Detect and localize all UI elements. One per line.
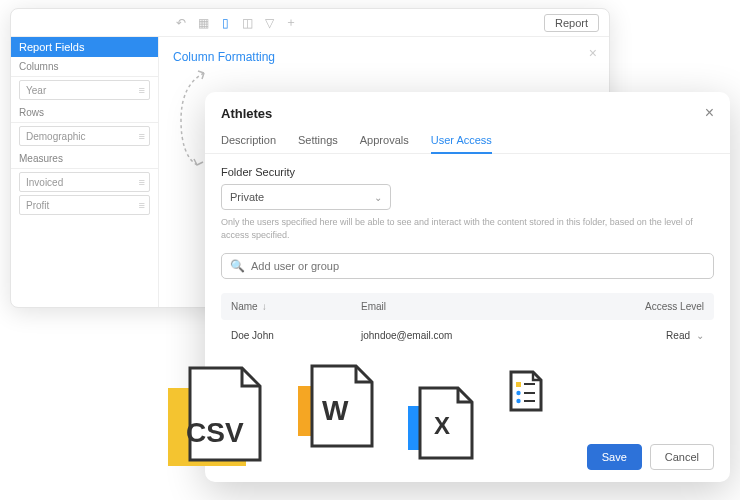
sidebar-title: Report Fields xyxy=(11,37,158,57)
folder-security-label: Folder Security xyxy=(221,166,714,178)
close-icon[interactable]: × xyxy=(589,45,597,61)
drag-icon: ≡ xyxy=(139,199,143,211)
col-email-header[interactable]: Email xyxy=(361,301,604,312)
cell-access[interactable]: Read⌄ xyxy=(604,330,704,341)
dialog-header: Athletes × xyxy=(205,92,730,128)
tab-user-access[interactable]: User Access xyxy=(431,128,492,154)
field-year[interactable]: Year≡ xyxy=(19,80,150,100)
cancel-button[interactable]: Cancel xyxy=(650,444,714,470)
folder-security-value: Private xyxy=(230,191,264,203)
field-profit[interactable]: Profit≡ xyxy=(19,195,150,215)
field-demo-label: Demographic xyxy=(26,131,85,142)
table-row: Doe John johndoe@email.com Read⌄ xyxy=(221,320,714,351)
tab-settings[interactable]: Settings xyxy=(298,128,338,153)
col-name-header[interactable]: Name↓ xyxy=(231,301,361,312)
dialog-title: Athletes xyxy=(221,106,272,121)
col-name-label: Name xyxy=(231,301,258,312)
field-invoiced[interactable]: Invoiced≡ xyxy=(19,172,150,192)
column-icon[interactable]: ▯ xyxy=(215,13,235,33)
field-year-label: Year xyxy=(26,85,46,96)
table-header: Name↓ Email Access Level xyxy=(221,293,714,320)
svg-text:CSV: CSV xyxy=(186,417,244,448)
undo-icon[interactable]: ↶ xyxy=(171,13,191,33)
save-button[interactable]: Save xyxy=(587,444,642,470)
section-columns: Columns xyxy=(11,57,158,77)
folder-security-help: Only the users specified here will be ab… xyxy=(221,216,714,241)
section-measures: Measures xyxy=(11,149,158,169)
folder-security-select[interactable]: Private ⌄ xyxy=(221,184,391,210)
word-file-icon: W xyxy=(290,360,382,460)
add-icon[interactable]: ＋ xyxy=(281,13,301,33)
report-toolbar: ↶ ▦ ▯ ◫ ▽ ＋ Report xyxy=(11,9,609,37)
chart-icon[interactable]: ◫ xyxy=(237,13,257,33)
report-sidebar: Report Fields Columns Year≡ Rows Demogra… xyxy=(11,37,159,307)
field-profit-label: Profit xyxy=(26,200,49,211)
close-icon[interactable]: × xyxy=(705,104,714,122)
grid-icon[interactable]: ▦ xyxy=(193,13,213,33)
tab-approvals[interactable]: Approvals xyxy=(360,128,409,153)
report-button[interactable]: Report xyxy=(544,14,599,32)
svg-point-8 xyxy=(516,391,520,395)
svg-text:X: X xyxy=(434,412,450,439)
sort-down-icon: ↓ xyxy=(262,301,267,312)
filter-icon[interactable]: ▽ xyxy=(259,13,279,33)
drag-icon: ≡ xyxy=(139,130,143,142)
svg-point-10 xyxy=(516,399,520,403)
field-invoiced-label: Invoiced xyxy=(26,177,63,188)
access-table: Name↓ Email Access Level Doe John johndo… xyxy=(221,293,714,351)
cell-name: Doe John xyxy=(231,330,361,341)
cell-email: johndoe@email.com xyxy=(361,330,604,341)
col-access-header[interactable]: Access Level xyxy=(604,301,704,312)
svg-text:W: W xyxy=(322,395,349,426)
section-rows: Rows xyxy=(11,103,158,123)
user-search-input[interactable] xyxy=(251,260,705,272)
access-value: Read xyxy=(666,330,690,341)
user-search-box[interactable]: 🔍 xyxy=(221,253,714,279)
toolbar-icon-group: ↶ ▦ ▯ ◫ ▽ ＋ xyxy=(171,13,301,33)
field-demographic[interactable]: Demographic≡ xyxy=(19,126,150,146)
search-icon: 🔍 xyxy=(230,259,245,273)
column-formatting-title: Column Formatting xyxy=(173,50,275,64)
form-file-icon xyxy=(505,368,547,416)
dialog-tabs: Description Settings Approvals User Acce… xyxy=(205,128,730,154)
excel-file-icon: X xyxy=(400,382,482,472)
svg-rect-6 xyxy=(516,382,521,387)
drag-icon: ≡ xyxy=(139,84,143,96)
drag-icon: ≡ xyxy=(139,176,143,188)
chevron-down-icon: ⌄ xyxy=(374,192,382,203)
chevron-down-icon: ⌄ xyxy=(696,330,704,341)
csv-file-icon: CSV xyxy=(162,360,272,480)
tab-description[interactable]: Description xyxy=(221,128,276,153)
